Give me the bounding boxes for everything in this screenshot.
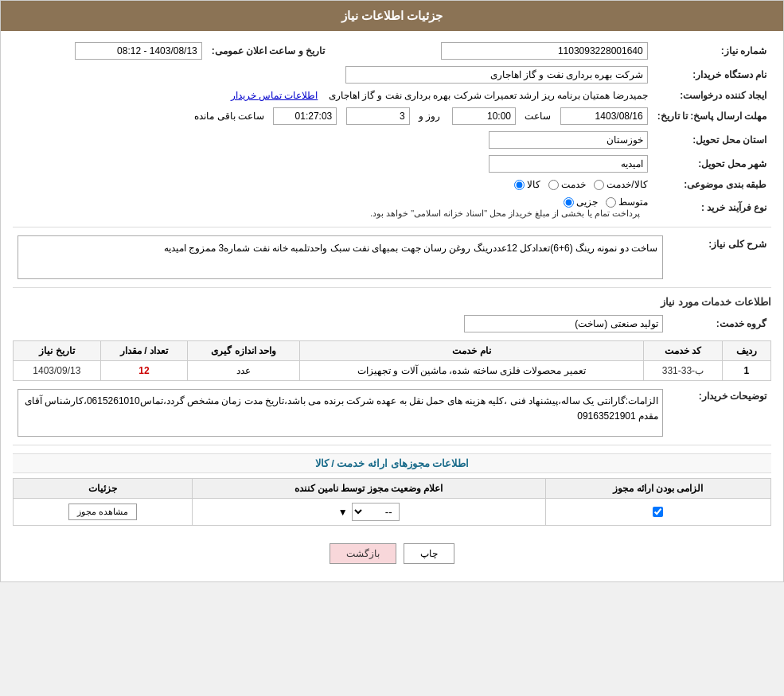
service-group-table: گروه خدمت: تولید صنعتی (ساخت) bbox=[13, 312, 771, 336]
buyer-notes-label: توضیحات خریدار: bbox=[668, 386, 771, 440]
buttons-row: چاپ بازگشت bbox=[13, 534, 771, 574]
need-description-text: ساخت دو نمونه رینگ (6+6)تعدادکل 12عددرین… bbox=[18, 235, 663, 279]
services-table: ردیف کد خدمت نام خدمت واحد اندازه گیری ت… bbox=[13, 340, 771, 381]
need-number-input: 1103093228001640 bbox=[441, 42, 648, 60]
deadline-row: 1403/08/16 ساعت 10:00 روز و 3 01:27:03 س… bbox=[13, 104, 653, 128]
col-service-name: نام خدمت bbox=[299, 341, 643, 361]
buyer-station-value: شرکت بهره برداری نفت و گاز اهاجاری bbox=[13, 63, 653, 87]
chevron-icon: ▼ bbox=[338, 507, 348, 518]
divider-3 bbox=[13, 445, 771, 445]
col-quantity: تعداد / مقدار bbox=[100, 341, 188, 361]
service-group-value: تولید صنعتی (ساخت) bbox=[13, 312, 668, 336]
license-table-row: -- ▼ مشاهده مجوز bbox=[14, 499, 771, 526]
table-row: 1 ب-33-331 تعمیر محصولات فلزی ساخته شده،… bbox=[14, 361, 771, 381]
requester-label: ایجاد کننده درخواست: bbox=[653, 87, 771, 104]
license-col-details: جزئیات bbox=[14, 479, 193, 499]
need-description-table: شرح کلی نیاز: ساخت دو نمونه رینگ (6+6)تع… bbox=[13, 232, 771, 282]
content-area: شماره نیاز: 1103093228001640 تاریخ و ساع… bbox=[1, 31, 783, 581]
page-header: جزئیات اطلاعات نیاز bbox=[1, 1, 783, 31]
main-info-table: شماره نیاز: 1103093228001640 تاریخ و ساع… bbox=[13, 39, 771, 222]
deadline-time-label: ساعت bbox=[525, 111, 551, 122]
purchase-medium-input[interactable] bbox=[606, 197, 616, 208]
license-status-select[interactable]: -- bbox=[352, 503, 400, 521]
col-row: ردیف bbox=[722, 341, 770, 361]
category-radio-group: کالا/خدمت خدمت کالا bbox=[18, 179, 648, 190]
buyer-notes-text: الزامات:گارانتی یک ساله،پیشنهاد فنی ،کلی… bbox=[18, 389, 663, 437]
col-need-date: تاریخ نیاز bbox=[14, 341, 101, 361]
buyer-notes-table: توضیحات خریدار: الزامات:گارانتی یک ساله،… bbox=[13, 386, 771, 440]
province-label: استان محل تحویل: bbox=[653, 128, 771, 152]
service-group-label: گروه خدمت: bbox=[668, 312, 771, 336]
category-goods-radio: کالا bbox=[514, 179, 540, 190]
category-label: طبقه بندی موضوعی: bbox=[653, 176, 771, 193]
deadline-days: 3 bbox=[346, 107, 410, 125]
purchase-medium-radio: متوسط bbox=[606, 196, 648, 208]
row-num: 1 bbox=[722, 361, 770, 381]
show-license-button[interactable]: مشاهده مجوز bbox=[68, 504, 137, 520]
service-unit: عدد bbox=[188, 361, 299, 381]
license-col-supplier-status: اعلام وضعیت مجوز توسط نامین کننده bbox=[192, 479, 545, 499]
category-service-radio: خدمت bbox=[548, 179, 586, 190]
purchase-type-radio-group: متوسط جزیی bbox=[18, 196, 648, 208]
license-col-required: الزامی بودن ارائه مجوز bbox=[545, 479, 770, 499]
deadline-remaining-label: ساعت باقی مانده bbox=[194, 111, 264, 122]
page-title: جزئیات اطلاعات نیاز bbox=[341, 9, 443, 22]
announce-date-value: 1403/08/13 - 08:12 bbox=[13, 39, 207, 63]
province-value: خوزستان bbox=[489, 131, 648, 149]
purchase-partial-radio: جزیی bbox=[564, 196, 598, 208]
deadline-date: 1403/08/16 bbox=[560, 107, 648, 125]
deadline-time: 10:00 bbox=[452, 107, 516, 125]
license-section-title: اطلاعات مجوزهای ارائه خدمت / کالا bbox=[13, 453, 771, 473]
requester-value: جمیدرضا همتیان برنامه ریز ارشد تعمیرات ش… bbox=[13, 87, 653, 104]
purchase-type-label: نوع فرآیند خرید : bbox=[653, 193, 771, 222]
requester-contact-link[interactable]: اطلاعات تماس خریدار bbox=[231, 90, 318, 101]
service-quantity: 12 bbox=[100, 361, 188, 381]
city-label: شهر محل تحویل: bbox=[653, 152, 771, 176]
need-number-value: 1103093228001640 bbox=[345, 39, 653, 63]
need-description-label: شرح کلی نیاز: bbox=[668, 232, 771, 282]
license-required-cell bbox=[545, 499, 770, 526]
license-table: الزامی بودن ارائه مجوز اعلام وضعیت مجوز … bbox=[13, 478, 771, 526]
divider-2 bbox=[13, 287, 771, 288]
print-button[interactable]: چاپ bbox=[404, 543, 454, 564]
license-details-cell: مشاهده مجوز bbox=[14, 499, 193, 526]
city-value: امیدیه bbox=[489, 155, 648, 173]
divider-1 bbox=[13, 227, 771, 227]
category-goods-input[interactable] bbox=[514, 180, 525, 190]
service-need-date: 1403/09/13 bbox=[14, 361, 101, 381]
category-service-input[interactable] bbox=[548, 180, 559, 190]
requester-name: جمیدرضا همتیان برنامه ریز ارشد تعمیرات ش… bbox=[329, 90, 648, 101]
service-code: ب-33-331 bbox=[644, 361, 723, 381]
purchase-partial-input[interactable] bbox=[564, 197, 574, 208]
buyer-station-label: نام دستگاه خریدار: bbox=[653, 63, 771, 87]
announce-date-input: 1403/08/13 - 08:12 bbox=[75, 42, 202, 60]
back-button[interactable]: بازگشت bbox=[330, 543, 396, 564]
need-number-label: شماره نیاز: bbox=[653, 39, 771, 63]
license-required-checkbox[interactable] bbox=[653, 507, 663, 517]
category-goods-service-radio: کالا/خدمت bbox=[594, 179, 647, 190]
deadline-days-label: روز و bbox=[419, 111, 440, 122]
page-wrapper: جزئیات اطلاعات نیاز شماره نیاز: 11030932… bbox=[0, 0, 784, 582]
purchase-note: پرداخت تمام یا بخشی از مبلغ خریداز محل "… bbox=[370, 208, 640, 218]
category-goods-service-input[interactable] bbox=[594, 180, 604, 190]
announce-date-label: تاریخ و ساعت اعلان عمومی: bbox=[207, 39, 330, 63]
col-unit: واحد اندازه گیری bbox=[188, 341, 299, 361]
license-supplier-status-cell: -- ▼ bbox=[192, 499, 545, 526]
deadline-remaining: 01:27:03 bbox=[273, 107, 337, 125]
deadline-label: مهلت ارسال پاسخ: تا تاریخ: bbox=[653, 104, 771, 128]
col-service-code: کد خدمت bbox=[644, 341, 723, 361]
need-description-cell: ساخت دو نمونه رینگ (6+6)تعدادکل 12عددرین… bbox=[13, 232, 668, 282]
services-section-title: اطلاعات خدمات مورد نیاز bbox=[13, 296, 771, 308]
buyer-notes-cell: الزامات:گارانتی یک ساله،پیشنهاد فنی ،کلی… bbox=[13, 386, 668, 440]
service-name: تعمیر محصولات فلزی ساخته شده، ماشین آلات… bbox=[299, 361, 643, 381]
